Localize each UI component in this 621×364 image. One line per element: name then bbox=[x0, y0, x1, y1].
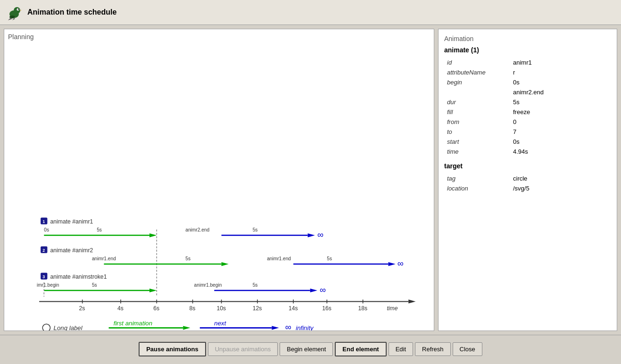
svg-text:10s: 10s bbox=[216, 305, 226, 312]
anim-property-value: 4.94s bbox=[510, 147, 611, 157]
target-property-value: circle bbox=[510, 174, 611, 183]
target-title: target bbox=[444, 162, 611, 170]
anim-property-value: 0s bbox=[510, 77, 611, 87]
bird-icon bbox=[6, 4, 23, 21]
anim-property-row: dur5s bbox=[444, 97, 611, 107]
anim-property-row: begin0s bbox=[444, 77, 611, 87]
close-button[interactable]: Close bbox=[453, 342, 482, 356]
svg-text:∞: ∞ bbox=[317, 230, 323, 240]
svg-point-5 bbox=[9, 16, 15, 18]
planning-panel: Planning 1 animate #animr1 0s 5s animr2.… bbox=[4, 29, 434, 331]
svg-point-3 bbox=[18, 8, 19, 9]
svg-text:animr1.end: animr1.end bbox=[92, 256, 116, 261]
anim-property-key: from bbox=[444, 117, 510, 127]
svg-marker-73 bbox=[272, 326, 279, 330]
animate-title: animate (1) bbox=[444, 46, 611, 54]
target-property-value: /svg/5 bbox=[510, 183, 611, 193]
svg-text:∞: ∞ bbox=[285, 322, 291, 331]
svg-text:infinity: infinity bbox=[296, 324, 314, 331]
refresh-button[interactable]: Refresh bbox=[415, 342, 451, 356]
svg-text:0s: 0s bbox=[44, 227, 49, 232]
svg-text:animate #animr1: animate #animr1 bbox=[50, 218, 93, 225]
svg-text:animr1.begin: animr1.begin bbox=[194, 282, 222, 288]
svg-text:5s: 5s bbox=[253, 227, 258, 232]
anim-property-key: time bbox=[444, 147, 510, 157]
svg-text:∞: ∞ bbox=[320, 285, 326, 295]
svg-text:animr1.end: animr1.end bbox=[267, 256, 291, 261]
target-property-key: location bbox=[444, 183, 510, 193]
svg-text:14s: 14s bbox=[289, 305, 298, 312]
svg-text:5s: 5s bbox=[253, 282, 258, 288]
svg-text:animr2.end: animr2.end bbox=[185, 227, 209, 232]
anim-property-row: animr2.end bbox=[444, 87, 611, 97]
animation-panel-title: Animation bbox=[444, 35, 611, 42]
anim-property-value: 7 bbox=[510, 127, 611, 137]
svg-text:16s: 16s bbox=[322, 305, 331, 312]
svg-text:time: time bbox=[387, 305, 397, 312]
svg-text:12s: 12s bbox=[253, 305, 262, 312]
svg-text:Long label: Long label bbox=[54, 324, 83, 331]
target-property-row: location/svg/5 bbox=[444, 183, 611, 193]
svg-point-67 bbox=[42, 324, 50, 331]
anim-property-key: fill bbox=[444, 107, 510, 117]
anim-property-key: attributeName bbox=[444, 67, 510, 77]
begin-element-button[interactable]: Begin element bbox=[280, 342, 333, 356]
anim-property-row: start0s bbox=[444, 137, 611, 147]
anim-property-value: freeze bbox=[510, 107, 611, 117]
svg-text:∞: ∞ bbox=[397, 258, 404, 268]
svg-marker-31 bbox=[389, 262, 396, 266]
animation-properties-table: idanimr1attributeNamerbegin0sanimr2.endd… bbox=[444, 58, 611, 157]
svg-marker-27 bbox=[222, 262, 229, 266]
anim-property-value: 5s bbox=[510, 97, 611, 107]
anim-property-row: from0 bbox=[444, 117, 611, 127]
anim-property-row: idanimr1 bbox=[444, 58, 611, 67]
svg-text:5s: 5s bbox=[97, 227, 102, 232]
svg-text:6s: 6s bbox=[153, 305, 159, 312]
unpause-animations-button[interactable]: Unpause animations bbox=[208, 342, 278, 356]
svg-text:imr1.begin: imr1.begin bbox=[37, 282, 59, 288]
anim-property-key: start bbox=[444, 137, 510, 147]
anim-property-key: id bbox=[444, 58, 510, 67]
edit-button[interactable]: Edit bbox=[389, 342, 413, 356]
anim-property-row: time4.94s bbox=[444, 147, 611, 157]
svg-text:1: 1 bbox=[42, 219, 45, 224]
target-property-row: tagcircle bbox=[444, 174, 611, 183]
svg-text:8s: 8s bbox=[189, 305, 195, 312]
anim-property-row: to7 bbox=[444, 127, 611, 137]
svg-marker-70 bbox=[183, 326, 190, 330]
svg-marker-43 bbox=[310, 289, 317, 292]
svg-text:5s: 5s bbox=[185, 256, 190, 261]
svg-text:5s: 5s bbox=[327, 256, 332, 261]
svg-point-1 bbox=[14, 7, 20, 14]
svg-text:animate #animr2: animate #animr2 bbox=[50, 247, 93, 254]
svg-text:18s: 18s bbox=[358, 305, 367, 312]
anim-property-key: begin bbox=[444, 77, 510, 87]
anim-property-key: to bbox=[444, 127, 510, 137]
svg-text:first animation: first animation bbox=[114, 320, 152, 327]
anim-property-value: 0s bbox=[510, 137, 611, 147]
svg-text:2: 2 bbox=[42, 248, 45, 253]
anim-property-row: fillfreeze bbox=[444, 107, 611, 117]
svg-marker-14 bbox=[149, 233, 157, 237]
anim-property-value: 0 bbox=[510, 117, 611, 127]
target-properties-table: tagcirclelocation/svg/5 bbox=[444, 174, 611, 193]
svg-marker-19 bbox=[308, 233, 315, 237]
svg-text:2s: 2s bbox=[79, 305, 85, 312]
target-property-key: tag bbox=[444, 174, 510, 183]
anim-property-value: animr2.end bbox=[510, 87, 611, 97]
bottom-bar: Pause animations Unpause animations Begi… bbox=[0, 335, 621, 363]
svg-text:5s: 5s bbox=[92, 282, 97, 288]
anim-property-key: dur bbox=[444, 97, 510, 107]
pause-animations-button[interactable]: Pause animations bbox=[139, 342, 206, 356]
svg-marker-39 bbox=[149, 289, 157, 292]
animation-panel: Animation animate (1) idanimr1attributeN… bbox=[438, 29, 617, 331]
anim-property-value: r bbox=[510, 67, 611, 77]
svg-text:4s: 4s bbox=[117, 305, 124, 312]
planning-canvas: 1 animate #animr1 0s 5s animr2.end 5s ∞ … bbox=[8, 44, 430, 331]
anim-property-key bbox=[444, 87, 510, 97]
app-title: Animation time schedule bbox=[27, 8, 116, 17]
anim-property-row: attributeNamer bbox=[444, 67, 611, 77]
svg-text:next: next bbox=[214, 320, 226, 327]
end-element-button[interactable]: End element bbox=[335, 342, 386, 356]
planning-panel-title: Planning bbox=[8, 33, 430, 41]
